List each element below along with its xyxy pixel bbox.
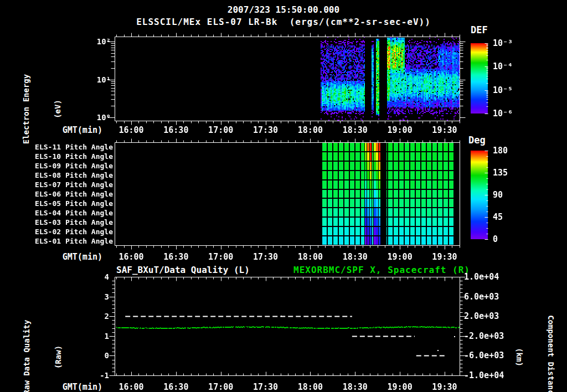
time-tick-label: 16:30 (157, 252, 195, 262)
time-tick-label: 19:00 (380, 382, 419, 392)
time-tick-label: 16:30 (157, 125, 195, 135)
pitch-row-label: ELS-11 Pitch Angle (19, 143, 113, 151)
p1-ytick-label: 10⁰ (78, 113, 111, 122)
p1-ytick-label: 10¹ (78, 75, 111, 84)
pitch-angle-canvas (115, 142, 460, 245)
deg-colorbar (471, 151, 488, 239)
p2-gmt-label: GMT(min) (53, 252, 102, 262)
p3-right-axis-label-line1: Component Distance (545, 274, 556, 392)
def-cb-tick-label: 10⁻⁶ (493, 109, 543, 118)
def-colorbar-title: DEF (471, 24, 488, 35)
p3-right-title: MEXORBMC/SPF X, Spacecraft (R) (293, 265, 470, 275)
pitch-row-label: ELS-10 Pitch Angle (19, 152, 113, 161)
pitch-row-label: ELS-04 Pitch Angle (19, 208, 113, 216)
p3-left-tick-label: 2 (76, 312, 109, 321)
time-tick-label: 17:00 (202, 252, 240, 262)
def-cb-tick-label: 10⁻⁴ (493, 61, 543, 71)
time-tick-label: 16:30 (157, 382, 195, 392)
p3-left-axis-label-line1: Raw Data Quality (22, 274, 32, 392)
p3-left-tick-label: 4 (76, 272, 109, 281)
p3-left-tick-label: 1 (76, 332, 109, 341)
time-tick-label: 17:00 (202, 125, 240, 135)
pitch-row-label: ELS-07 Pitch Angle (19, 180, 113, 189)
quality-distance-canvas (115, 277, 460, 375)
time-tick-label: 19:00 (380, 252, 419, 262)
pitch-row-label: ELS-05 Pitch Angle (19, 199, 113, 207)
time-tick-label: 16:00 (112, 125, 151, 135)
time-tick-label: 19:30 (425, 125, 464, 135)
time-tick-label: 19:30 (425, 382, 464, 392)
plot-screen: 2007/323 15:50:00.000 ELSSCIL/MEx ELS-07… (0, 0, 567, 392)
pitch-row-label: ELS-06 Pitch Angle (19, 190, 113, 198)
time-tick-label: 18:30 (336, 125, 374, 135)
def-cb-tick-label: 10⁻⁵ (493, 85, 543, 95)
time-tick-label: 19:30 (425, 252, 464, 262)
time-tick-label: 17:30 (246, 252, 285, 262)
p3-left-axis-label: Raw Data Quality (Raw) (1, 274, 85, 392)
time-tick-label: 18:00 (291, 125, 329, 135)
time-tick-label: 16:00 (112, 252, 151, 262)
p1-gmt-label: GMT(min) (53, 125, 102, 135)
time-tick-label: 19:00 (380, 125, 419, 135)
p3-right-tick-label: 1.0e+04 (464, 272, 514, 282)
pitch-row-label: ELS-03 Pitch Angle (19, 218, 113, 226)
page-title: 2007/323 15:50:00.000 (0, 4, 567, 15)
deg-colorbar-title: Deg (468, 135, 486, 146)
deg-cb-tick-label: 180 (493, 146, 543, 156)
p3-right-tick-label: 2.0e+03 (464, 311, 514, 321)
p3-left-tick-label: -1 (76, 371, 109, 380)
p3-right-tick-label: -1.0e+04 (464, 370, 514, 380)
pitch-row-label: ELS-02 Pitch Angle (19, 227, 113, 235)
time-tick-label: 17:00 (202, 382, 240, 392)
spectrogram-canvas (115, 37, 460, 121)
p3-right-axis-label-line2: (km) (514, 274, 524, 392)
deg-cb-tick-label: 45 (493, 212, 543, 222)
pitch-row-label: ELS-01 Pitch Angle (19, 236, 113, 245)
p3-left-axis-label-line2: (Raw) (53, 274, 64, 392)
def-colorbar (471, 43, 488, 114)
deg-cb-tick-label: 0 (493, 234, 543, 244)
time-tick-label: 17:30 (246, 382, 285, 392)
time-tick-label: 18:00 (291, 252, 329, 262)
p3-right-tick-label: 6.0e+03 (464, 292, 514, 302)
p3-left-tick-label: 3 (76, 292, 109, 301)
pitch-row-label: ELS-08 Pitch Angle (19, 171, 113, 179)
def-cb-tick-label: 10⁻³ (493, 38, 543, 48)
p3-gmt-label: GMT(min) (53, 382, 102, 392)
p3-left-title: SAF_BXuT/Data Quality (L) (116, 265, 250, 275)
deg-cb-tick-label: 135 (493, 168, 543, 178)
time-tick-label: 18:30 (336, 382, 374, 392)
time-tick-label: 18:30 (336, 252, 374, 262)
p3-right-tick-label: -2.0e+03 (464, 331, 514, 341)
time-tick-label: 16:00 (112, 382, 151, 392)
p3-right-tick-label: -6.0e+03 (464, 350, 514, 360)
pitch-row-label: ELS-09 Pitch Angle (19, 162, 113, 170)
p1-ytick-label: 10² (78, 37, 111, 46)
time-tick-label: 18:00 (291, 382, 329, 392)
deg-cb-tick-label: 90 (493, 190, 543, 200)
time-tick-label: 17:30 (246, 125, 285, 135)
p3-left-tick-label: 0 (76, 351, 109, 360)
